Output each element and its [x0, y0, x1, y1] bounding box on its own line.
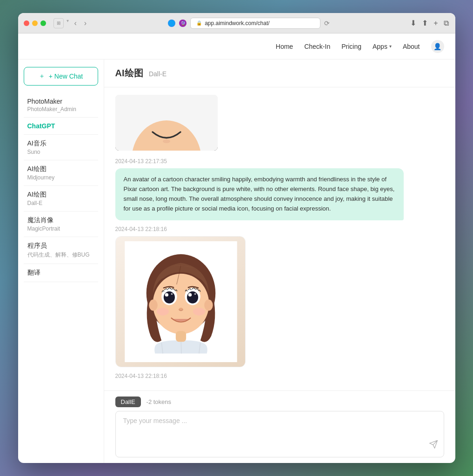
sidebar-item-aidraw-midjourney-subtitle: Midjourney [27, 174, 94, 181]
download-icon[interactable]: ⬇ [409, 18, 417, 28]
address-bar-area: 🌐 🔮 🔒 app.aimindwork.com/chat/ ⟳ [92, 18, 406, 29]
nav-home[interactable]: Home [276, 43, 293, 50]
ai-image-response [115, 236, 246, 367]
sidebar-item-magicportrait[interactable]: 魔法肖像 MagicPortrait [24, 212, 98, 237]
plus-icon: ＋ [39, 72, 45, 80]
svg-point-14 [188, 293, 191, 296]
send-icon [429, 440, 438, 449]
top-nav: Home Check-In Pricing Apps ▾ About 👤 [18, 33, 455, 60]
svg-point-12 [165, 293, 168, 296]
sidebar-item-chatgpt[interactable]: ChatGPT [24, 118, 98, 135]
sidebar-item-programmer-subtitle: 代码生成、解释、修BUG [27, 251, 94, 259]
model-badge[interactable]: DallE [115, 397, 141, 407]
favicon-globe: 🌐 [168, 20, 175, 27]
svg-point-6 [149, 299, 158, 311]
translate-icon[interactable]: ⟳ [324, 20, 330, 27]
image-container-top [115, 95, 218, 151]
sidebar-item-aidraw-dalle-title: AI绘图 [27, 191, 94, 199]
sidebar-item-aidraw-dalle-subtitle: Dall-E [27, 200, 94, 206]
send-button[interactable] [429, 440, 438, 451]
message-image-top [115, 95, 444, 154]
chat-title: AI绘图 [115, 68, 143, 78]
svg-point-13 [171, 293, 173, 295]
url-text: app.aimindwork.com/chat/ [205, 20, 269, 26]
partial-face-svg [115, 95, 218, 151]
sidebar-item-aimusic[interactable]: AI音乐 Suno [24, 135, 98, 160]
minimize-button[interactable] [32, 20, 38, 26]
svg-point-17 [157, 308, 169, 316]
lock-icon: 🔒 [196, 20, 202, 26]
svg-point-18 [193, 308, 205, 316]
tokens-info: -2 tokens [147, 398, 171, 405]
chat-input-box[interactable]: Type your message ... [115, 411, 444, 457]
chat-messages: 2024-04-13 22:17:35 An avatar of a carto… [104, 87, 455, 390]
svg-point-10 [163, 291, 174, 303]
image-placeholder [115, 95, 218, 151]
toolbar-right: ⬇ ⬆ + ⧉ [409, 18, 449, 28]
sidebar-item-aidraw-dalle[interactable]: AI绘图 Dall-E [24, 186, 98, 212]
svg-point-5 [153, 273, 209, 334]
nav-pricing[interactable]: Pricing [341, 43, 361, 50]
sidebar-item-magicportrait-title: 魔法肖像 [27, 216, 94, 225]
share-icon[interactable]: ⬆ [421, 18, 429, 28]
sidebar-item-translate-title: 翻译 [27, 269, 94, 277]
chat-header: AI绘图 Dall-E [104, 60, 455, 87]
input-placeholder: Type your message ... [123, 417, 436, 451]
user-avatar[interactable]: 👤 [431, 40, 444, 53]
sidebar-item-chatgpt-title: ChatGPT [27, 122, 94, 130]
maximize-button[interactable] [40, 20, 46, 26]
sidebar-item-photomaker-title: PhotoMaker [27, 98, 94, 105]
nav-about[interactable]: About [403, 43, 420, 50]
chat-title-app: Dall-E [149, 70, 167, 78]
app-content: Home Check-In Pricing Apps ▾ About 👤 ＋ +… [18, 33, 455, 463]
tab-overview-icon[interactable]: ⧉ [443, 18, 450, 28]
new-chat-button[interactable]: ＋ + New Chat [24, 67, 98, 86]
svg-point-11 [187, 291, 198, 303]
nav-checkin[interactable]: Check-In [304, 43, 330, 50]
svg-point-7 [204, 299, 213, 311]
timestamp-3: 2024-04-13 22:18:16 [115, 373, 444, 379]
sidebar-item-aimusic-subtitle: Suno [27, 149, 94, 155]
cartoon-character-svg [120, 241, 241, 362]
back-button[interactable]: ‹ [73, 18, 79, 28]
svg-rect-19 [175, 331, 186, 342]
close-button[interactable] [24, 20, 29, 26]
address-bar[interactable]: 🔒 app.aimindwork.com/chat/ [190, 18, 320, 29]
sidebar: ＋ + New Chat PhotoMaker PhotoMaker_Admin… [18, 60, 104, 463]
nav-buttons: ⊞ ▾ [53, 18, 69, 28]
browser-titlebar: ⊞ ▾ ‹ › 🌐 🔮 🔒 app.aimindwork.com/chat/ ⟳… [18, 13, 455, 33]
browser-window: ⊞ ▾ ‹ › 🌐 🔮 🔒 app.aimindwork.com/chat/ ⟳… [18, 13, 455, 463]
sidebar-item-programmer[interactable]: 程序员 代码生成、解释、修BUG [24, 237, 98, 264]
apps-chevron-icon: ▾ [389, 44, 392, 49]
user-message: An avatar of a cartoon character smiling… [115, 168, 404, 220]
favicon-app: 🔮 [179, 20, 187, 27]
chat-area: AI绘图 Dall-E [104, 60, 455, 463]
sidebar-item-aimusic-title: AI音乐 [27, 139, 94, 148]
traffic-lights [24, 20, 46, 26]
add-tab-icon[interactable]: + [433, 18, 439, 28]
tab-grid-icon[interactable]: ⊞ [53, 18, 64, 28]
sidebar-item-translate[interactable]: 翻译 [24, 264, 98, 282]
sidebar-item-aidraw-midjourney[interactable]: AI绘图 Midjourney [24, 160, 98, 186]
sidebar-item-photomaker-subtitle: PhotoMaker_Admin [27, 106, 94, 112]
sidebar-item-aidraw-midjourney-title: AI绘图 [27, 165, 94, 173]
cartoon-avatar [116, 237, 246, 367]
new-chat-label: + New Chat [49, 73, 83, 80]
sidebar-item-programmer-title: 程序员 [27, 242, 94, 250]
chat-input-area: DallE -2 tokens Type your message ... [104, 390, 455, 463]
svg-point-15 [194, 293, 196, 295]
sidebar-item-magicportrait-subtitle: MagicPortrait [27, 225, 94, 232]
timestamp-1: 2024-04-13 22:17:35 [115, 158, 444, 165]
main-layout: ＋ + New Chat PhotoMaker PhotoMaker_Admin… [18, 60, 455, 463]
timestamp-2: 2024-04-13 22:18:16 [115, 226, 444, 232]
nav-apps[interactable]: Apps ▾ [373, 43, 392, 50]
sidebar-item-photomaker[interactable]: PhotoMaker PhotoMaker_Admin [24, 93, 98, 118]
svg-point-2 [163, 139, 170, 143]
model-selector: DallE -2 tokens [115, 397, 444, 407]
forward-button[interactable]: › [82, 18, 88, 28]
